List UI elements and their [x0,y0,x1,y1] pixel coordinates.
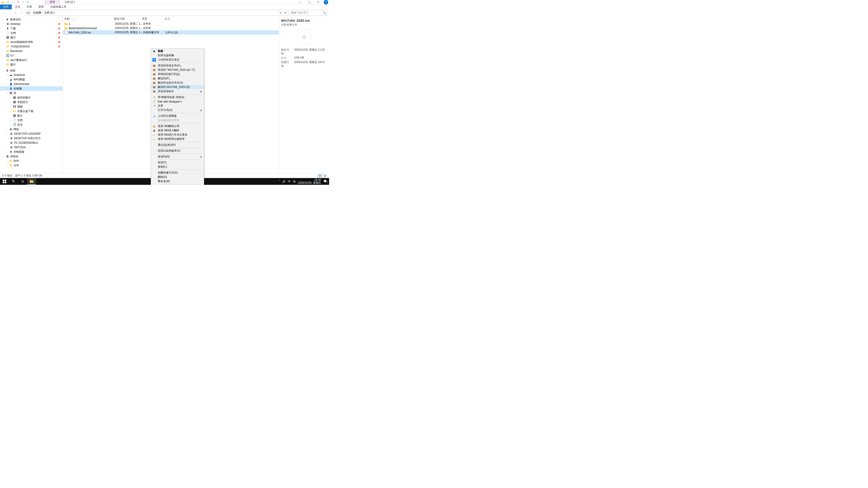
tree-quick-access[interactable]: ⌄★快速访问 [0,17,63,22]
tree-docs2[interactable]: ›📄文档 [0,118,63,123]
ctx-restore-version[interactable]: 还原以前的版本(V) [151,149,204,153]
ctx-bee-browser[interactable]: ✿用 蜂蜜浏览器 浏览(3) [151,95,204,99]
tray-network-icon[interactable]: 🖧 [293,180,296,183]
tree-videos[interactable]: ›🎞视频 [0,104,63,109]
nav-back-icon[interactable]: ← [1,10,6,15]
qat-new-folder-icon[interactable]: ▭ [11,0,15,4]
ctx-share[interactable]: ↗共享 [151,104,204,108]
col-date[interactable]: 修改日期 [113,17,141,21]
refresh-icon[interactable]: ⟳ [283,10,288,15]
ribbon-home[interactable]: 主页 [12,4,24,9]
file-row[interactable]: 1 2020/12/15, 星期二 1... 文件夹 [63,22,279,26]
ribbon-share[interactable]: 共享 [24,4,35,9]
ctx-copy[interactable]: 复制(C) [151,165,204,169]
tree-music[interactable]: ›🎵音乐 [0,123,63,127]
tree-wps[interactable]: ›☁WPS网盘 [0,77,63,82]
taskbar-explorer[interactable] [27,178,36,185]
ctx-baidu-upload[interactable]: ☁上传到百度网盘 [151,114,204,118]
file-row-selected[interactable]: Win7x64_2020.iso 2020/12/25, 星期五 1... 光盘… [63,30,279,35]
tree-pictures2[interactable]: 📁图片 [0,62,63,67]
chevron-right-icon[interactable]: › [42,11,43,14]
tree-recycle[interactable]: 🗑回收站 [0,154,63,159]
tree-desktop-njeu[interactable]: 🖥DESKTOP-NJEU3CG [0,136,63,140]
ctx-extract-to[interactable]: 📦解压到(F)... [151,76,204,80]
ctx-extract-here[interactable]: 📦解压到当前文件夹(X) [151,80,204,85]
ctx-burn[interactable]: 刻录光盘映像 [151,53,204,58]
qat-delete-icon[interactable]: ✕ [16,0,20,4]
tree-library[interactable]: ⌄📚库 [0,91,63,95]
tree-files[interactable]: ›📁文件 [0,163,63,168]
close-button[interactable]: ✕ [314,0,323,4]
taskbar-search-icon[interactable]: 🔍 [9,178,18,185]
address-history-icon[interactable]: ▾ [278,10,283,15]
tree-onedrive[interactable]: ›☁OneDrive [0,73,63,77]
ctx-youdao[interactable]: ✎上传到有道云笔记 [151,58,204,62]
tree-gdrive[interactable]: 💽G:\ [0,53,63,58]
tray-clock[interactable]: 16:32 2020/12/25, 星期五 [298,178,321,184]
tree-win7rw[interactable]: 📁win7重装win7 [0,58,63,62]
ctx-add-archive[interactable]: 📦添加到压缩文件(A)... [151,64,204,68]
view-details-button[interactable]: ≣ [317,174,322,178]
tree-excel[interactable]: 📁excel表格制作求和📌 [0,40,63,44]
ribbon-view[interactable]: 查看 [35,4,47,9]
qat-undo-icon[interactable]: ↶ [21,0,25,4]
tree-saved-pictures[interactable]: ›🖼保存的图片 [0,95,63,100]
col-name[interactable]: 名称▲ [63,17,113,21]
ctx-other-archive[interactable]: 📦其他压缩命令▶ [151,89,204,94]
ctx-open-360zip[interactable]: 📦用360压缩打开(Q) [151,72,204,76]
help-icon[interactable]: ? [324,0,328,4]
tray-volume-icon[interactable]: 🔊 [282,180,286,183]
tray-chevron-up-icon[interactable]: ˄ [279,180,280,183]
ctx-delete[interactable]: 删除(D) [151,175,204,179]
taskbar-taskview-icon[interactable]: ⧉ [18,178,27,185]
tree-desktop[interactable]: 🖥Desktop📌 [0,22,63,26]
ctx-360-manage-menu[interactable]: ●使用 360管理右键菜单 [151,137,204,141]
maximize-button[interactable]: ▢ [305,0,314,4]
tree-zmt[interactable]: 🖥ZMT2019 [0,145,63,150]
search-box[interactable]: 搜索"文档 (E:)" 🔍 [289,10,328,15]
tree-desktop-lsso[interactable]: 🖥DESKTOP-LSSOEDP [0,131,63,136]
tree-network[interactable]: ⌄🖧网络 [0,127,63,131]
nav-up-icon[interactable]: ↑ [19,10,24,15]
tree-pictures3[interactable]: ›🖼图片 [0,113,63,118]
tree-desktop-root[interactable]: ⌄🖥桌面 [0,68,63,73]
app-icon[interactable] [1,0,5,4]
nav-forward-icon[interactable]: → [7,10,12,15]
ctx-extract-named[interactable]: 📦解压到 Win7x64_2020\ (E) [151,85,204,89]
ctx-qq-send[interactable]: 通过QQ发送到 [151,143,204,147]
ctx-add-zip[interactable]: 📦添加到 "Win7x64_2020.zip" (T) [151,68,204,72]
ctx-mount[interactable]: ◉装载 [151,49,204,53]
qat-properties-icon[interactable]: ☑ [6,0,10,4]
crumb-thispc[interactable]: 此电脑 [33,11,42,15]
tree-thispc[interactable]: ›🖥此电脑 [0,86,63,91]
ctx-360-scan[interactable]: ●使用 360进行木马云查杀 [151,133,204,137]
tray-notifications-icon[interactable]: 💬3 [323,180,328,183]
file-row[interactable]: BaiduNetdiskDownload 2020/12/25, 星期五 1..… [63,26,279,30]
tree-downloads[interactable]: ⬇下载📌 [0,26,63,31]
start-button[interactable] [0,178,9,185]
tree-control-panel[interactable]: ›⚙控制面板 [0,150,63,154]
ctx-send-to[interactable]: 发送到(N)▶ [151,155,204,159]
col-size[interactable]: 大小 [163,17,184,21]
nav-tree[interactable]: ⌄★快速访问 🖥Desktop📌 ⬇下载📌 📄文档📌 🖼图片📌 📁excel表格… [0,16,63,173]
file-list[interactable]: 名称▲ 修改日期 类型 大小 1 2020/12/15, 星期二 1... 文件… [63,16,279,173]
tree-soft[interactable]: ›📁软件 [0,159,63,163]
tree-pictures[interactable]: 🖼图片📌 [0,35,63,40]
tab-manage[interactable]: 管理 [45,0,60,5]
nav-recent-icon[interactable]: ▾ [13,10,18,15]
ctx-360-unlock[interactable]: 🔓使用 360解除占用 [151,124,204,128]
minimize-button[interactable]: — [296,0,305,4]
ribbon-disc-tools[interactable]: 光盘映像工具 [47,4,70,9]
ctx-360-force-delete[interactable]: 🗑使用 360强力删除 [151,128,204,133]
tree-admin[interactable]: ›👤Administrator [0,82,63,86]
ctx-rename[interactable]: 重命名(M) [151,179,204,184]
chevron-right-icon[interactable]: › [55,11,57,14]
qat-customize-icon[interactable]: ▾ [26,0,30,4]
tree-pc2019[interactable]: 🖥PC-20190530OBLA [0,140,63,145]
ctx-create-shortcut[interactable]: 创建快捷方式(S) [151,170,204,175]
tray-ime[interactable]: 中 [288,180,291,184]
crumb-drive[interactable]: 文档 (E:) [43,11,55,15]
tree-documents[interactable]: 📄文档📌 [0,31,63,35]
chevron-right-icon[interactable]: › [31,11,33,14]
view-large-icons-button[interactable]: ▦ [322,174,327,178]
